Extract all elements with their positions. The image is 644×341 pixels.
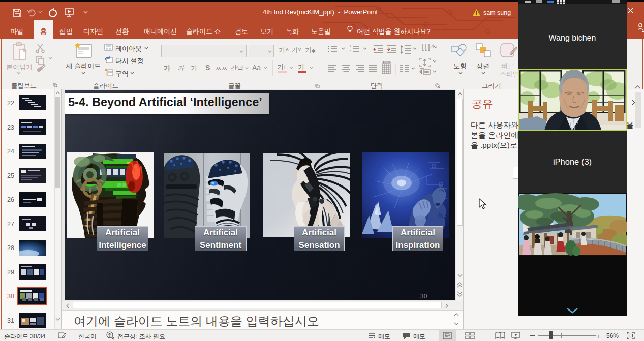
svg-text:가: 가 bbox=[430, 44, 435, 49]
